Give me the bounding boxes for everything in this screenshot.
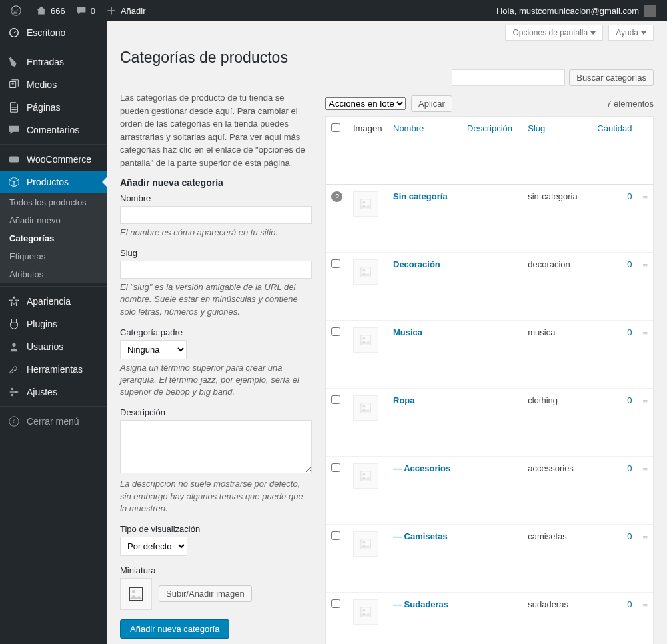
drag-handle-icon[interactable]: ≡ bbox=[637, 321, 653, 389]
parent-help: Asigna un término superior para crear un… bbox=[120, 362, 312, 399]
col-name[interactable]: Nombre bbox=[388, 117, 462, 185]
row-checkbox[interactable] bbox=[331, 463, 340, 472]
comments-count[interactable]: 0 bbox=[71, 5, 101, 16]
upload-image-button[interactable]: Subir/Añadir imagen bbox=[159, 585, 252, 602]
category-name-link[interactable]: — Accesorios bbox=[393, 463, 450, 473]
add-new[interactable]: Añadir bbox=[101, 5, 151, 16]
col-desc[interactable]: Descripción bbox=[462, 117, 522, 185]
parent-select[interactable]: Ninguna bbox=[120, 340, 187, 359]
avatar-icon bbox=[644, 5, 656, 17]
parent-label: Categoría padre bbox=[120, 327, 312, 337]
row-checkbox[interactable] bbox=[331, 327, 340, 336]
svg-point-8 bbox=[9, 417, 19, 426]
thumb-label: Miniatura bbox=[120, 565, 312, 575]
help-button[interactable]: Ayuda bbox=[608, 25, 654, 41]
col-slug[interactable]: Slug bbox=[522, 117, 588, 185]
bulk-apply-top[interactable]: Aplicar bbox=[411, 95, 452, 112]
category-name-link[interactable]: Musica bbox=[393, 327, 422, 337]
image-placeholder-icon bbox=[353, 463, 378, 489]
menu-settings[interactable]: Ajustes bbox=[0, 381, 107, 403]
menu-collapse[interactable]: Cerrar menú bbox=[0, 410, 107, 433]
menu-woocommerce[interactable]: WooCommerce bbox=[0, 148, 107, 171]
display-select[interactable]: Por defecto bbox=[120, 537, 187, 556]
svg-point-5 bbox=[11, 388, 14, 391]
table-row: — Accesorios—accessories0≡ bbox=[326, 457, 653, 525]
submenu-tags[interactable]: Etiquetas bbox=[0, 247, 107, 265]
wp-logo[interactable] bbox=[5, 5, 31, 16]
drag-handle-icon[interactable]: ≡ bbox=[637, 185, 653, 253]
svg-point-6 bbox=[15, 391, 17, 393]
drag-handle-icon[interactable]: ≡ bbox=[637, 389, 653, 457]
svg-point-14 bbox=[363, 269, 366, 272]
col-count[interactable]: Cantidad bbox=[588, 117, 637, 185]
slug-help: El "slug" es la versión amigable de la U… bbox=[120, 281, 312, 318]
svg-point-18 bbox=[363, 405, 366, 408]
help-icon[interactable]: ? bbox=[331, 191, 342, 202]
drag-handle-icon[interactable]: ≡ bbox=[637, 457, 653, 525]
name-label: Nombre bbox=[120, 193, 312, 203]
bulk-select-top[interactable]: Acciones en lote bbox=[325, 97, 406, 110]
category-count[interactable]: 0 bbox=[627, 395, 632, 405]
svg-point-16 bbox=[363, 337, 366, 340]
table-row: — Sudaderas—sudaderas0≡ bbox=[326, 593, 653, 644]
desc-textarea[interactable] bbox=[120, 420, 312, 473]
submit-button[interactable]: Añadir nueva categoría bbox=[120, 619, 229, 639]
submenu-add-new[interactable]: Añadir nuevo bbox=[0, 211, 107, 229]
image-placeholder-icon bbox=[353, 327, 378, 353]
drag-handle-icon[interactable]: ≡ bbox=[637, 525, 653, 593]
search-button[interactable]: Buscar categorías bbox=[569, 69, 654, 86]
category-count[interactable]: 0 bbox=[627, 463, 632, 473]
menu-tools[interactable]: Herramientas bbox=[0, 358, 107, 381]
category-slug: sin-categoria bbox=[522, 185, 588, 253]
drag-handle-icon[interactable]: ≡ bbox=[637, 593, 653, 644]
category-desc: — bbox=[462, 389, 522, 457]
chevron-down-icon bbox=[590, 31, 596, 35]
menu-users[interactable]: Usuarios bbox=[0, 335, 107, 358]
image-placeholder-icon bbox=[353, 599, 378, 625]
site-home[interactable]: 666 bbox=[31, 5, 71, 16]
menu-appearance[interactable]: Apariencia bbox=[0, 290, 107, 313]
category-name-link[interactable]: — Sudaderas bbox=[393, 599, 448, 609]
menu-comments[interactable]: Comentarios bbox=[0, 119, 107, 141]
slug-label: Slug bbox=[120, 248, 312, 258]
table-row: — Camisetas—camisetas0≡ bbox=[326, 525, 653, 593]
category-count[interactable]: 0 bbox=[627, 531, 632, 541]
category-slug: clothing bbox=[522, 389, 588, 457]
menu-plugins[interactable]: Plugins bbox=[0, 313, 107, 335]
category-name-link[interactable]: — Camisetas bbox=[393, 531, 448, 541]
my-account[interactable]: Hola, mustcomunicacion@gmail.com bbox=[491, 5, 662, 17]
row-checkbox[interactable] bbox=[331, 531, 340, 540]
row-checkbox[interactable] bbox=[331, 599, 340, 608]
submenu-all-products[interactable]: Todos los productos bbox=[0, 193, 107, 211]
table-row: Ropa—clothing0≡ bbox=[326, 389, 653, 457]
desc-help: La descripción no suele mostrarse por de… bbox=[120, 478, 312, 515]
menu-media[interactable]: Medios bbox=[0, 73, 107, 96]
slug-input[interactable] bbox=[120, 261, 312, 279]
submenu-attributes[interactable]: Atributos bbox=[0, 265, 107, 283]
category-count[interactable]: 0 bbox=[627, 191, 632, 201]
table-row: Musica—musica0≡ bbox=[326, 321, 653, 389]
category-name-link[interactable]: Decoración bbox=[393, 259, 440, 269]
menu-pages[interactable]: Páginas bbox=[0, 96, 107, 119]
admin-menu: Escritorio Entradas Medios Páginas Comen… bbox=[0, 21, 107, 644]
submenu-categories[interactable]: Categorías bbox=[0, 229, 107, 247]
category-count[interactable]: 0 bbox=[627, 599, 632, 609]
name-input[interactable] bbox=[120, 206, 312, 224]
table-row: ?Sin categoría—sin-categoria0≡ bbox=[326, 185, 653, 253]
svg-point-2 bbox=[11, 82, 14, 85]
menu-dashboard[interactable]: Escritorio bbox=[0, 21, 107, 44]
menu-products[interactable]: Productos bbox=[0, 171, 107, 193]
category-name-link[interactable]: Sin categoría bbox=[393, 191, 448, 201]
drag-handle-icon[interactable]: ≡ bbox=[637, 253, 653, 321]
items-count-top: 7 elementos bbox=[606, 99, 654, 109]
row-checkbox[interactable] bbox=[331, 259, 340, 268]
category-count[interactable]: 0 bbox=[627, 259, 632, 269]
category-count[interactable]: 0 bbox=[627, 327, 632, 337]
select-all-top[interactable] bbox=[331, 123, 340, 132]
category-desc: — bbox=[462, 593, 522, 644]
search-input[interactable] bbox=[452, 69, 565, 86]
category-name-link[interactable]: Ropa bbox=[393, 395, 415, 405]
menu-posts[interactable]: Entradas bbox=[0, 51, 107, 73]
screen-options-button[interactable]: Opciones de pantalla bbox=[505, 25, 603, 41]
row-checkbox[interactable] bbox=[331, 395, 340, 404]
